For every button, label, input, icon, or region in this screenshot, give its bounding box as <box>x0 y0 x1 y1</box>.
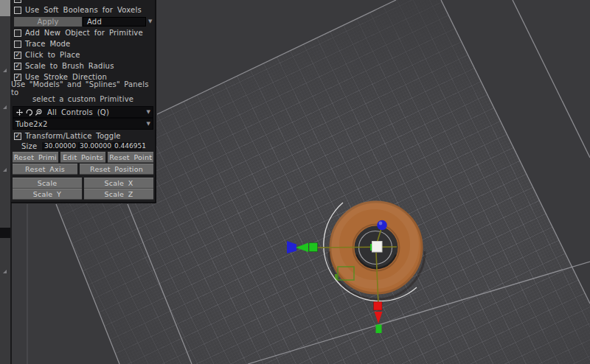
check-icon: ✓ <box>15 133 21 139</box>
row-trace-mode: Trace Mode <box>11 38 155 49</box>
checkbox-label: Add New Object for Primitive <box>25 29 143 37</box>
rotate-tool-icon <box>25 108 33 116</box>
scene-viewport[interactable]: Use Soft Booleans for Voxels Apply Add ▼… <box>0 0 590 364</box>
sphere-highlight <box>379 222 383 225</box>
scale-y-button[interactable]: Scale Y <box>13 189 82 200</box>
row-transform-lattice: ✓ Transform/Lattice Toggle <box>11 130 155 141</box>
row-scale-buttons-1: Scale Scale X <box>11 178 155 188</box>
checkbox-label: Click to Place <box>25 51 80 59</box>
primitive-dropdown[interactable]: Tube2x2 ▼ <box>13 118 153 130</box>
x-axis-line <box>317 247 397 248</box>
boolean-mode-dropdown[interactable]: Add <box>83 17 146 27</box>
reset-primi-button[interactable]: Reset Primi <box>13 152 58 163</box>
checkbox-trace-mode[interactable] <box>14 41 21 48</box>
primitive-dropdown-label: Tube2x2 <box>15 120 47 128</box>
resize-grip-icon[interactable] <box>3 270 7 273</box>
chevron-down-icon: ▼ <box>146 109 150 115</box>
grid-boundary-line-right <box>441 0 590 304</box>
scale-x-button[interactable]: Scale X <box>84 178 153 189</box>
apply-button[interactable]: Apply <box>14 17 82 27</box>
move-tool-icon <box>15 108 24 116</box>
edit-points-button[interactable]: Edit Points <box>60 152 106 163</box>
reset-axis-button[interactable]: Reset Axis <box>13 164 77 175</box>
check-icon: ✓ <box>15 52 21 57</box>
x-axis-cube-handle[interactable] <box>374 302 383 311</box>
row-soft-booleans: Use Soft Booleans for Voxels <box>11 4 155 15</box>
grid-boundary-line-bottomleft-2 <box>128 204 192 364</box>
gizmo-center-cube[interactable] <box>372 242 383 253</box>
check-icon: ✓ <box>15 63 21 69</box>
zoom-tool-icon <box>35 108 43 116</box>
scale-button[interactable]: Scale <box>13 178 82 189</box>
row-reset-buttons-2: Reset Axis Reset Position <box>11 164 155 174</box>
resize-grip-icon[interactable] <box>3 69 7 72</box>
check-icon: ✓ <box>15 74 21 80</box>
left-axis-arrow-handle[interactable] <box>296 243 308 253</box>
row-apply-add: Apply Add ▼ <box>11 15 155 27</box>
row-add-new-object: Add New Object for Primitive <box>11 27 155 38</box>
row-scale-to-brush-radius: ✓ Scale to Brush Radius <box>11 60 155 71</box>
row-click-to-place: ✓ Click to Place <box>11 49 155 60</box>
left-edge-toolbar <box>0 0 12 364</box>
grid-boundary-line-bottom <box>248 262 590 364</box>
size-x-field[interactable]: 30.00000 <box>42 142 77 150</box>
checkbox-label: Use Soft Booleans for Voxels <box>25 6 142 14</box>
checkbox-soft-booleans[interactable] <box>14 7 21 14</box>
size-y-field[interactable]: 30.00000 <box>77 142 111 150</box>
size-label: Size <box>21 142 42 150</box>
chevron-down-icon: ▼ <box>146 121 150 127</box>
left-strip-dark-block[interactable] <box>0 228 10 238</box>
checkbox-label: Trace Mode <box>25 40 70 48</box>
checkbox-label: Transform/Lattice Toggle <box>25 132 121 140</box>
reset-position-button[interactable]: Reset Position <box>80 164 153 175</box>
scale-z-button[interactable]: Scale Z <box>84 189 153 200</box>
z-axis-sphere-handle[interactable] <box>377 220 387 231</box>
primitive-tool-panel: Use Soft Booleans for Voxels Apply Add ▼… <box>11 0 156 203</box>
checkbox-scale-to-brush-radius[interactable]: ✓ <box>14 63 21 70</box>
resize-grip-icon[interactable] <box>3 105 7 109</box>
grid-boundary-line-far-right <box>513 0 590 158</box>
checkbox-add-new-object[interactable] <box>14 29 21 37</box>
checkbox-partial[interactable] <box>14 0 21 3</box>
resize-grip-icon[interactable] <box>3 168 7 172</box>
row-size: Size 30.00000 30.00000 0.446951 <box>11 141 155 151</box>
row-reset-buttons-1: Reset Primi Edit Points Reset Point <box>11 152 155 162</box>
row-scale-buttons-2: Scale Y Scale Z <box>11 189 155 199</box>
left-axis-cube-handle[interactable] <box>309 243 318 252</box>
size-z-field[interactable]: 0.446951 <box>112 142 142 150</box>
checkbox-label: Scale to Brush Radius <box>25 62 114 70</box>
x-axis-cone-handle[interactable] <box>375 312 383 323</box>
controls-dropdown[interactable]: All Controls (Q) ▼ <box>13 106 153 118</box>
bottom-green-cube-handle[interactable] <box>376 325 382 334</box>
checkbox-click-to-place[interactable]: ✓ <box>14 52 21 59</box>
info-text-line1: Use "Models" and "Splines" Panels to <box>11 83 155 94</box>
checkbox-transform-lattice[interactable]: ✓ <box>14 133 21 140</box>
controls-dropdown-label: All Controls (Q) <box>47 108 109 116</box>
reset-point-button[interactable]: Reset Point <box>108 152 153 163</box>
chevron-down-icon[interactable]: ▼ <box>148 18 153 24</box>
grid-boundary-line-bottomleft-1 <box>56 204 119 364</box>
z-axis-cone-handle[interactable] <box>287 241 296 253</box>
info-text-line2: select a custom Primitive <box>11 94 155 105</box>
grid-boundary-line-topleft <box>157 0 396 114</box>
left-strip-top-block[interactable] <box>0 0 10 16</box>
